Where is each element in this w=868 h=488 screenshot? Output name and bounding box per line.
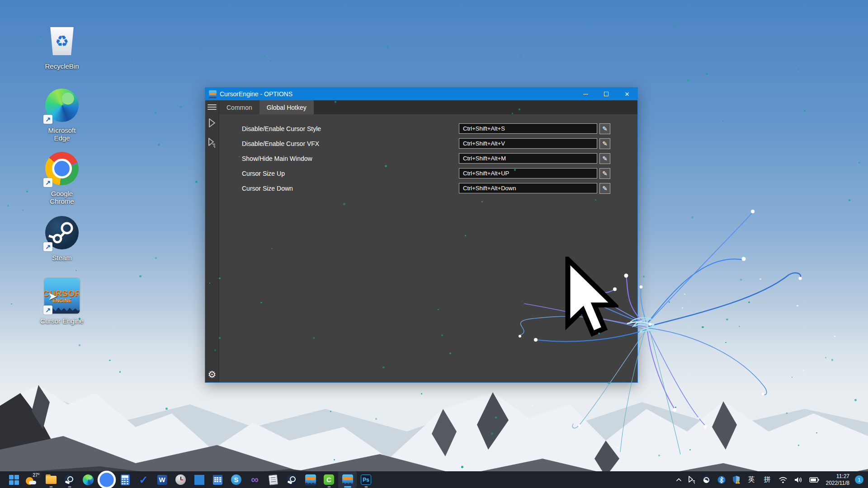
edge-icon: ↗ [42, 86, 81, 125]
tray-bluetooth[interactable] [715, 471, 728, 488]
edit-hotkey-button[interactable]: ✎ [599, 138, 610, 149]
visual-studio-icon: ∞ [251, 474, 258, 485]
notification-badge[interactable]: 1 [855, 475, 863, 484]
taskbar-icon-notepad[interactable] [264, 471, 283, 488]
settings-gear-icon[interactable]: ⚙ [208, 370, 217, 379]
taskbar-icon-camtasia[interactable]: C [320, 471, 338, 488]
steam-icon: ↗ [42, 213, 81, 252]
taskbar-icon-visual-studio[interactable]: ∞ [245, 471, 264, 488]
desktop-icon-chrome[interactable]: ↗ Google Chrome [28, 149, 96, 206]
particle-dot [520, 56, 522, 57]
desktop: ♻ RecycleBin ↗ Microsoft Edge ↗ Google C… [0, 0, 868, 488]
hotkey-value-field[interactable]: Ctrl+Shift+Alt+M [459, 153, 597, 164]
hotkey-row: Cursor Size Up Ctrl+Shift+Alt+UP ✎ [219, 166, 637, 181]
taskbar-icon-steam-console[interactable] [283, 471, 301, 488]
weather-widget[interactable]: 27° [23, 471, 42, 488]
tray-chevron-up[interactable] [674, 471, 684, 488]
particle-dot [669, 301, 670, 303]
clock-app-icon [175, 474, 186, 485]
vscode-icon [194, 475, 204, 485]
minimize-button[interactable] [575, 88, 596, 100]
hotkey-label: Disable/Enable Cursor Style [242, 125, 321, 132]
particle-dot [706, 73, 708, 75]
cursor-engine-art-arrow: ➤ [48, 290, 57, 303]
taskbar: 27° ✓ W S ∞ C Ps [0, 471, 868, 488]
taskbar-icon-calendar[interactable] [208, 471, 227, 488]
cursor-engine-icon [342, 474, 353, 485]
hotkey-value-field[interactable]: Ctrl+Shift+Alt+S [459, 123, 597, 134]
cursor-vfx-icon[interactable] [208, 138, 217, 150]
tray-wifi[interactable] [776, 471, 790, 488]
desktop-icon-cursor-engine[interactable]: CURSOR ENGINE ➤ ↗ Cursor Engine [28, 277, 96, 325]
hotkey-value-field[interactable]: Ctrl+Shift+Alt+V [459, 138, 597, 149]
particle-dot [725, 342, 726, 343]
todo-check-icon: ✓ [139, 474, 148, 486]
tray-clock[interactable]: 11:27 2022/11/8 [823, 473, 853, 487]
particle-dot [740, 279, 742, 281]
tab-strip: Common Global Hotkey [219, 100, 637, 114]
desktop-icon-label: Microsoft Edge [42, 127, 82, 142]
pencil-icon: ✎ [602, 185, 608, 192]
taskbar-icon-todo[interactable]: ✓ [134, 471, 153, 488]
wifi-icon [778, 476, 788, 483]
hotkey-row: Disable/Enable Cursor VFX Ctrl+Shift+Alt… [219, 136, 637, 151]
file-explorer-icon [46, 476, 57, 484]
tray-cursor-engine[interactable] [686, 471, 698, 488]
edit-hotkey-button[interactable]: ✎ [599, 168, 610, 179]
shortcut-arrow-icon: ↗ [43, 305, 52, 314]
particle-dot [132, 59, 133, 61]
calendar-icon [213, 475, 222, 485]
chrome-icon: ↗ [42, 149, 81, 188]
taskbar-icon-cursor-engine-active[interactable] [338, 471, 357, 488]
skype-icon: S [231, 474, 241, 485]
taskbar-icon-file-explorer[interactable] [42, 471, 60, 488]
hotkey-value-field[interactable]: Ctrl+Shift+Alt+Down [459, 183, 597, 193]
edit-hotkey-button[interactable]: ✎ [599, 123, 610, 134]
particle-dot [7, 205, 9, 206]
particle-dot [387, 46, 389, 48]
camtasia-icon: C [324, 474, 334, 485]
particle-dot [11, 303, 12, 305]
close-button[interactable]: ✕ [617, 88, 637, 100]
taskbar-icon-steam[interactable] [60, 471, 79, 488]
start-button[interactable] [5, 471, 23, 488]
window-titlebar[interactable]: CursorEngine - OPTIONS ✕ [205, 88, 637, 100]
tab-global-hotkey[interactable]: Global Hotkey [259, 100, 314, 114]
steam-dark-icon [287, 474, 297, 485]
chrome-icon [101, 474, 111, 484]
edit-hotkey-button[interactable]: ✎ [599, 183, 610, 194]
tray-battery[interactable] [807, 471, 821, 488]
menu-icon[interactable] [208, 104, 217, 110]
tab-common[interactable]: Common [219, 100, 259, 114]
cursor-style-icon[interactable] [208, 118, 217, 130]
taskbar-icon-edge[interactable] [79, 471, 97, 488]
maximize-button[interactable] [596, 88, 617, 100]
desktop-icon-label: Cursor Engine [40, 317, 84, 325]
taskbar-icon-photoshop[interactable]: Ps [357, 471, 375, 488]
taskbar-icon-word[interactable]: W [153, 471, 171, 488]
desktop-icon-recyclebin[interactable]: ♻ RecycleBin [28, 22, 96, 70]
weather-icon: 27° [26, 474, 39, 486]
tray-steam[interactable] [700, 471, 713, 488]
particle-dot [155, 112, 157, 114]
desktop-icon-edge[interactable]: ↗ Microsoft Edge [28, 86, 96, 142]
taskbar-icon-calculator[interactable] [116, 471, 134, 488]
ime-language-indicator[interactable]: 英 [745, 471, 759, 488]
edit-hotkey-button[interactable]: ✎ [599, 153, 610, 164]
taskbar-icon-cursor-engine[interactable] [301, 471, 320, 488]
steam-tray-icon [703, 475, 711, 484]
hotkey-value-field[interactable]: Ctrl+Shift+Alt+UP [459, 168, 597, 178]
taskbar-icon-clock-app[interactable] [171, 471, 190, 488]
tray-volume[interactable] [792, 471, 805, 488]
taskbar-icon-chrome[interactable] [97, 471, 116, 488]
photoshop-icon: Ps [361, 474, 371, 485]
desktop-icon-steam[interactable]: ↗ Steam [28, 213, 96, 262]
particle-dot [75, 270, 77, 271]
hotkey-label: Cursor Size Down [242, 185, 293, 192]
shortcut-arrow-icon: ↗ [43, 115, 52, 124]
ime-mode-indicator[interactable]: 拼 [760, 471, 774, 488]
tray-security[interactable] [730, 471, 743, 488]
taskbar-icon-vscode[interactable] [190, 471, 208, 488]
tray-time: 11:27 [826, 473, 850, 480]
taskbar-icon-skype[interactable]: S [227, 471, 245, 488]
